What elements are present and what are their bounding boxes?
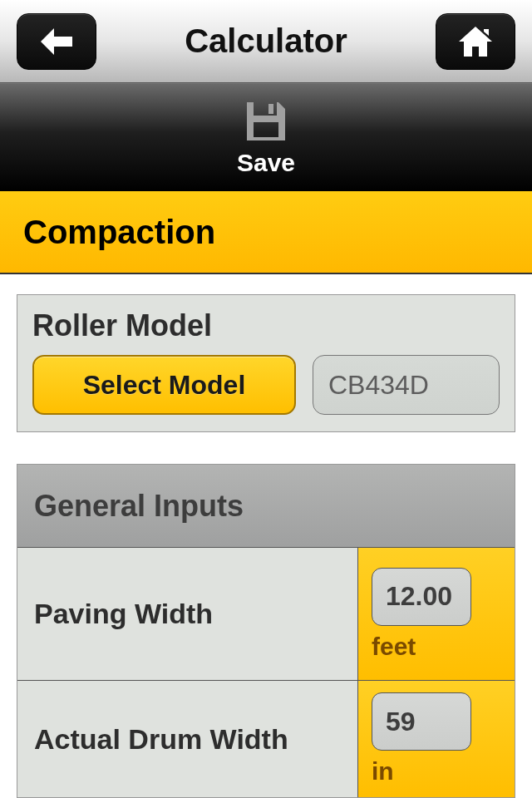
roller-model-field[interactable]: CB434D: [313, 355, 500, 415]
save-label: Save: [237, 149, 295, 177]
table-row: Paving Width 12.00 feet: [17, 548, 515, 681]
save-icon: [244, 99, 288, 144]
navbar: Calculator: [0, 0, 532, 83]
save-button[interactable]: Save: [237, 99, 295, 177]
input-label: Paving Width: [17, 548, 358, 680]
roller-model-card: Roller Model Select Model CB434D: [17, 294, 515, 432]
back-button[interactable]: [17, 13, 96, 70]
drum-width-input[interactable]: 59: [372, 692, 471, 751]
inputs-table: General Inputs Paving Width 12.00 feet A…: [17, 464, 515, 798]
section-title: Compaction: [0, 191, 532, 274]
input-value-cell: 59 in: [358, 681, 515, 797]
unit-label: in: [372, 757, 394, 786]
paving-width-input[interactable]: 12.00: [372, 568, 471, 626]
inputs-header: General Inputs: [17, 465, 515, 548]
arrow-left-icon: [37, 27, 76, 57]
input-value-cell: 12.00 feet: [358, 548, 515, 680]
table-row: Actual Drum Width 59 in: [17, 681, 515, 797]
page-title: Calculator: [185, 22, 347, 60]
save-toolbar: Save: [0, 83, 532, 191]
input-label: Actual Drum Width: [17, 681, 358, 797]
content: Roller Model Select Model CB434D General…: [0, 274, 532, 798]
home-icon: [457, 25, 494, 58]
home-button[interactable]: [436, 13, 515, 70]
unit-label: feet: [372, 633, 416, 661]
roller-model-label: Roller Model: [32, 308, 500, 343]
select-model-button[interactable]: Select Model: [32, 355, 296, 415]
